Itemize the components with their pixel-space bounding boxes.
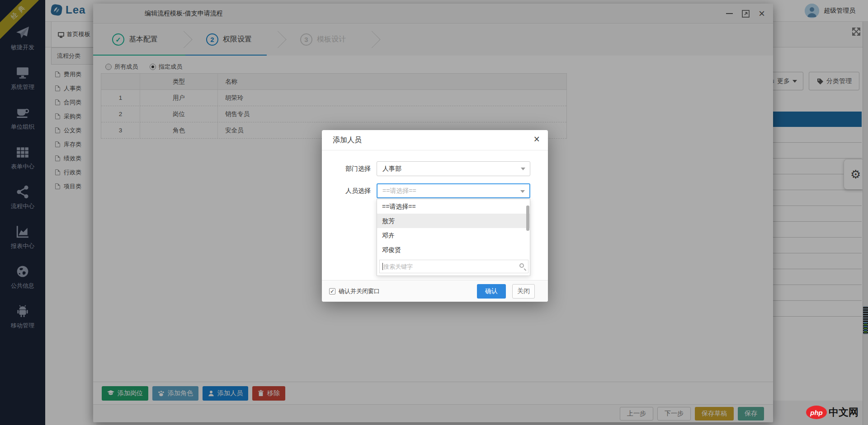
modal-footer: ✓ 确认并关闭窗口 确认 关闭 [322,280,548,302]
search-icon [519,263,524,268]
dropdown-option[interactable]: 敖芳 [377,214,530,228]
confirm-close-checkbox[interactable]: ✓ [329,288,335,294]
person-select-row: 人员选择 ==请选择== [322,183,548,198]
dept-label: 部门选择 [322,165,377,173]
person-select[interactable]: ==请选择== [377,183,530,198]
dropdown-option[interactable]: ==请选择== [377,199,530,214]
person-dropdown-panel: ==请选择== 敖芳 邓卉 邓俊贤 [377,199,530,276]
dropdown-scrollbar[interactable] [526,205,529,231]
dropdown-option[interactable]: 邓卉 [377,228,530,243]
dept-select-row: 部门选择 人事部 [322,161,548,176]
search-box [379,260,528,273]
confirm-button[interactable]: 确认 [477,284,506,299]
php-cn-watermark: php 中文网 [806,406,859,419]
screen: Lea 超级管理员 首页模板 [0,0,868,425]
modal-close-icon[interactable]: × [534,134,540,145]
add-person-modal: 添加人员 × 部门选择 人事部 人员选择 ==请选择== ==请选择== 敖芳 … [322,130,548,302]
caret-down-icon [520,190,525,193]
dept-select[interactable]: 人事部 [377,161,530,176]
dropdown-option[interactable]: 邓俊贤 [377,243,530,257]
person-label: 人员选择 [322,187,377,195]
checkbox-label: 确认并关闭窗口 [339,287,380,295]
watermark-text: 中文网 [829,406,859,419]
php-badge: php [806,406,827,419]
close-button[interactable]: 关闭 [512,284,535,299]
modal-header: 添加人员 × [322,130,548,150]
search-input[interactable] [383,263,515,270]
caret-down-icon [521,168,525,170]
text-cursor [382,263,383,270]
modal-title: 添加人员 [322,135,362,145]
